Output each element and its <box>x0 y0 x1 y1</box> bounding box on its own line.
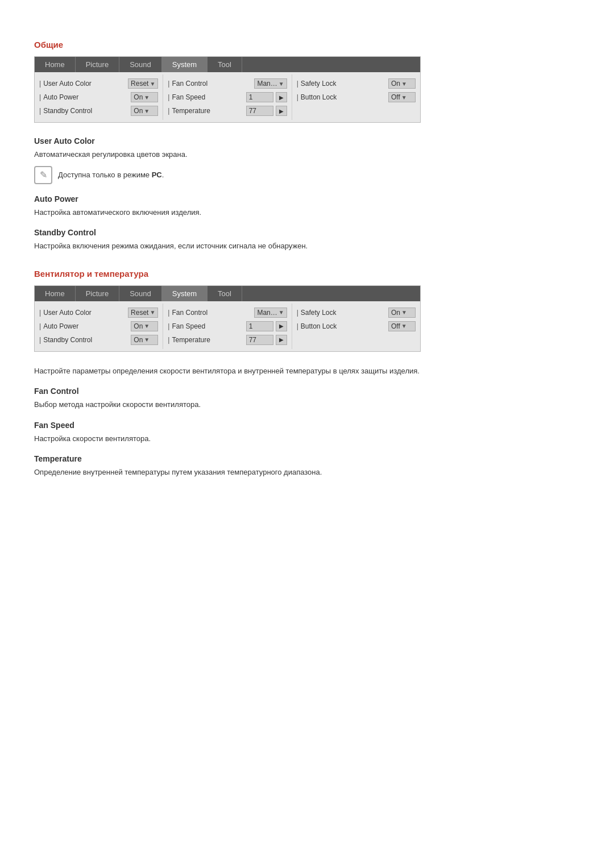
fan-temp-row-safety-lock: Safety Lock On ▼ <box>297 306 416 319</box>
general-row-auto-power: Auto Power On ▼ <box>39 90 158 104</box>
note-icon: ✎ <box>34 166 52 184</box>
fan-temp-label-user-auto-color: User Auto Color <box>39 309 126 317</box>
fan-temp-col2: Fan Control Man… ▼ Fan Speed 1 ▶ Tempera… <box>163 304 292 349</box>
general-col1: User Auto Color Reset ▼ Auto Power On ▼ … <box>35 74 163 120</box>
dropdown-arrow-icon: ▼ <box>144 108 150 114</box>
general-select-auto-power[interactable]: On ▼ <box>131 92 158 102</box>
general-section: Общие Home Picture Sound System Tool Use… <box>34 40 580 252</box>
fan-temp-osd-table: Home Picture Sound System Tool User Auto… <box>34 285 421 352</box>
fan-temp-label-fan-control: Fan Control <box>168 309 252 317</box>
fan-temp-col1: User Auto Color Reset ▼ Auto Power On ▼ … <box>35 304 163 349</box>
fan-temp-row-fan-speed: Fan Speed 1 ▶ <box>168 319 287 333</box>
dropdown-arrow-icon: ▼ <box>401 323 407 329</box>
fan-temp-tab-sound[interactable]: Sound <box>119 286 162 301</box>
user-auto-color-section: User Auto Color Автоматическая регулиров… <box>34 136 580 184</box>
general-select-reset[interactable]: Reset ▼ <box>128 78 158 89</box>
fan-temp-tab-tool[interactable]: Tool <box>208 286 242 301</box>
temperature-text: Определение внутренней температуры путем… <box>34 467 580 478</box>
fan-temp-select-standby[interactable]: On ▼ <box>131 335 158 345</box>
general-select-standby[interactable]: On ▼ <box>131 106 158 116</box>
fan-control-text: Выбор метода настройки скорости вентилят… <box>34 399 580 410</box>
general-tabs: Home Picture Sound System Tool <box>35 57 420 72</box>
general-select-safety-lock[interactable]: On ▼ <box>388 78 416 89</box>
general-row-button-lock: Button Lock Off ▼ <box>297 90 416 104</box>
fan-temp-row-standby-control: Standby Control On ▼ <box>39 333 158 347</box>
fan-speed-right-btn[interactable]: ▶ <box>276 92 287 102</box>
dropdown-arrow-icon: ▼ <box>401 94 407 101</box>
dropdown-arrow-icon: ▼ <box>144 337 150 343</box>
dropdown-arrow-icon: ▼ <box>144 94 150 101</box>
fan-temp-section: Вентилятор и температура Home Picture So… <box>34 269 580 478</box>
fan-temp-tab-picture[interactable]: Picture <box>76 286 119 301</box>
fan-temp-tabs: Home Picture Sound System Tool <box>35 286 420 301</box>
fan-temp-row-button-lock: Button Lock Off ▼ <box>297 319 416 333</box>
general-label-temperature: Temperature <box>168 107 243 115</box>
user-auto-color-text: Автоматическая регулировка цветов экрана… <box>34 149 580 160</box>
note-text: Доступна только в режиме PC. <box>58 171 164 179</box>
fan-temp-label-standby-control: Standby Control <box>39 336 128 344</box>
general-value-temperature: 77 <box>246 106 273 116</box>
fan-temp-row-auto-power: Auto Power On ▼ <box>39 319 158 333</box>
temperature-title: Temperature <box>34 454 580 463</box>
fan-temp-tab-system[interactable]: System <box>162 286 208 301</box>
general-label-button-lock: Button Lock <box>297 93 386 101</box>
fan-temp-label-fan-speed: Fan Speed <box>168 322 243 330</box>
fan-temp-label-safety-lock: Safety Lock <box>297 309 386 317</box>
fan-speed-section: Fan Speed Настройка скорости вентилятора… <box>34 421 580 445</box>
general-label-user-auto-color: User Auto Color <box>39 80 126 88</box>
fan-temp-label-button-lock: Button Lock <box>297 322 386 330</box>
fan-temp-label-temperature: Temperature <box>168 336 243 344</box>
fan-temp-select-reset[interactable]: Reset ▼ <box>128 308 158 318</box>
general-tab-tool[interactable]: Tool <box>208 57 242 72</box>
fan-speed-title: Fan Speed <box>34 421 580 430</box>
general-label-auto-power: Auto Power <box>39 93 128 101</box>
fan-temp-osd-body: User Auto Color Reset ▼ Auto Power On ▼ … <box>35 301 420 351</box>
fan-temp-select-safety-lock[interactable]: On ▼ <box>388 308 416 318</box>
general-label-standby-control: Standby Control <box>39 107 128 115</box>
fan-temp-fan-speed-right-btn[interactable]: ▶ <box>276 321 287 331</box>
fan-temp-select-fan-control[interactable]: Man… ▼ <box>254 308 287 318</box>
fan-temp-value-temperature: 77 <box>246 335 273 345</box>
fan-speed-text: Настройка скорости вентилятора. <box>34 433 580 445</box>
fan-temp-select-auto-power[interactable]: On ▼ <box>131 321 158 331</box>
user-auto-color-title: User Auto Color <box>34 136 580 146</box>
dropdown-arrow-icon: ▼ <box>144 323 150 329</box>
general-tab-picture[interactable]: Picture <box>76 57 119 72</box>
temperature-right-btn[interactable]: ▶ <box>276 106 287 116</box>
fan-control-title: Fan Control <box>34 387 580 396</box>
general-select-button-lock[interactable]: Off ▼ <box>388 92 416 102</box>
dropdown-arrow-icon: ▼ <box>150 81 155 87</box>
general-label-fan-speed: Fan Speed <box>168 93 243 101</box>
dropdown-arrow-icon: ▼ <box>279 309 284 315</box>
general-row-fan-control: Fan Control Man… ▼ <box>168 77 287 90</box>
fan-control-section: Fan Control Выбор метода настройки скоро… <box>34 387 580 410</box>
standby-control-section: Standby Control Настройка включения режи… <box>34 228 580 252</box>
fan-temp-value-fan-speed: 1 <box>246 321 273 331</box>
general-row-standby-control: Standby Control On ▼ <box>39 104 158 118</box>
general-row-fan-speed: Fan Speed 1 ▶ <box>168 90 287 104</box>
general-label-fan-control: Fan Control <box>168 80 252 88</box>
fan-temp-select-button-lock[interactable]: Off ▼ <box>388 321 416 331</box>
dropdown-arrow-icon: ▼ <box>401 309 407 315</box>
general-col3: Safety Lock On ▼ Button Lock Off ▼ <box>292 74 420 120</box>
standby-control-title: Standby Control <box>34 228 580 237</box>
standby-control-text: Настройка включения режима ожидания, есл… <box>34 240 580 252</box>
general-col2: Fan Control Man… ▼ Fan Speed 1 ▶ Tempera… <box>163 74 292 120</box>
dropdown-arrow-icon: ▼ <box>279 81 284 87</box>
general-osd-body: User Auto Color Reset ▼ Auto Power On ▼ … <box>35 72 420 122</box>
temperature-section: Temperature Определение внутренней темпе… <box>34 454 580 478</box>
fan-temp-label-auto-power: Auto Power <box>39 322 128 330</box>
fan-temp-temperature-right-btn[interactable]: ▶ <box>276 335 287 345</box>
auto-power-title: Auto Power <box>34 194 580 203</box>
general-row-safety-lock: Safety Lock On ▼ <box>297 77 416 90</box>
fan-temp-tab-home[interactable]: Home <box>35 286 76 301</box>
dropdown-arrow-icon: ▼ <box>401 81 407 87</box>
general-tab-sound[interactable]: Sound <box>119 57 162 72</box>
general-tab-system[interactable]: System <box>162 57 208 72</box>
fan-temp-col3: Safety Lock On ▼ Button Lock Off ▼ <box>292 304 420 349</box>
auto-power-text: Настройка автоматического включения изде… <box>34 207 580 218</box>
general-select-fan-control[interactable]: Man… ▼ <box>254 78 287 89</box>
fan-temp-row-user-auto-color: User Auto Color Reset ▼ <box>39 306 158 319</box>
dropdown-arrow-icon: ▼ <box>150 309 155 315</box>
general-tab-home[interactable]: Home <box>35 57 76 72</box>
